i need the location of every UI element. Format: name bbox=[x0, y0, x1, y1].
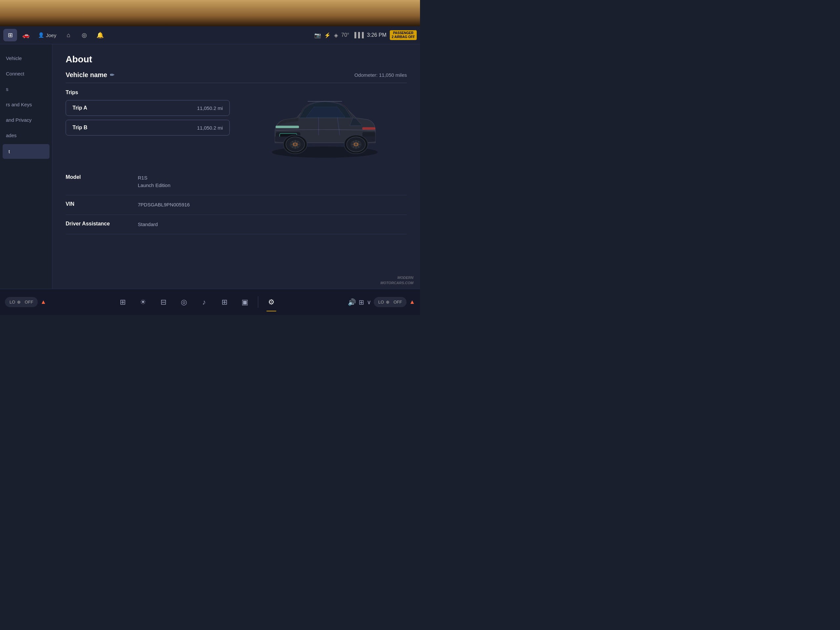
seat-cool-button[interactable]: ⊟ bbox=[156, 295, 171, 309]
left-climate-section: LO ⊕ OFF ▲ bbox=[5, 297, 46, 307]
sidebar-item-connect[interactable]: Connect bbox=[0, 66, 52, 81]
right-climate-expand-up-icon[interactable]: ▲ bbox=[409, 298, 415, 305]
temperature-display: 70° bbox=[341, 32, 349, 38]
alexa-button[interactable]: ◎ bbox=[77, 29, 91, 41]
notifications-button[interactable]: 🔔 bbox=[93, 29, 107, 41]
driver-assistance-info-row: Driver Assistance Standard bbox=[66, 215, 407, 235]
trip-a-value: 11,050.2 mi bbox=[197, 105, 223, 111]
main-content-area: Vehicle Connect s rs and Keys and Privac… bbox=[0, 44, 420, 289]
model-value: R1S Launch Edition bbox=[138, 174, 170, 189]
passenger-badge-line1: PASSENGER bbox=[392, 31, 415, 35]
car-status-button[interactable]: 🚗 bbox=[19, 29, 33, 41]
app-grid-button[interactable]: ⊞ bbox=[3, 29, 17, 41]
home-button[interactable]: ⌂ bbox=[62, 29, 76, 41]
trips-heading: Trips bbox=[66, 90, 230, 95]
user-icon: 👤 bbox=[38, 32, 44, 38]
left-fan-icon: ⊕ bbox=[17, 300, 21, 305]
sidebar-item-about[interactable]: t bbox=[3, 144, 49, 159]
sidebar-item-vehicle[interactable]: Vehicle bbox=[0, 51, 52, 66]
rivian-r1s-svg bbox=[262, 90, 387, 162]
toolbar-center-buttons: ⊞ ☀ ⊟ ◎ ♪ ⊞ ▣ ⚙ bbox=[115, 295, 279, 309]
defrost-front-button[interactable]: ☀ bbox=[136, 295, 150, 309]
vin-info-row: VIN 7PDSGABL9PN005916 bbox=[66, 195, 407, 215]
right-fan-icon: ⊕ bbox=[386, 300, 390, 305]
vehicle-name-section: Vehicle name ✏ Odometer: 11,050 miles bbox=[66, 71, 407, 83]
left-climate-control[interactable]: LO ⊕ OFF bbox=[5, 297, 38, 307]
vehicle-illustration bbox=[262, 90, 387, 162]
vehicle-name-heading: Vehicle name ✏ bbox=[66, 71, 114, 79]
driver-assistance-label: Driver Assistance bbox=[66, 221, 138, 227]
right-climate-expand-down-icon[interactable]: ∨ bbox=[367, 298, 371, 306]
model-info-row: Model R1S Launch Edition bbox=[66, 168, 407, 195]
ambient-top bbox=[0, 0, 420, 26]
model-label: Model bbox=[66, 174, 138, 180]
page-title: About bbox=[66, 54, 407, 65]
vehicle-image-column bbox=[243, 90, 407, 162]
media-button[interactable]: ♪ bbox=[197, 295, 211, 309]
rear-heat-icon[interactable]: ⊞ bbox=[358, 298, 364, 306]
svg-rect-6 bbox=[362, 127, 375, 130]
top-navigation-bar: ⊞ 🚗 👤 Joey ⌂ ◎ 🔔 📷̶ ⚡ ◈ 70° ▐▐▐ 3:26 PM … bbox=[0, 26, 420, 44]
left-temp-label: LO bbox=[9, 300, 15, 305]
wifi-icon: ◈ bbox=[334, 32, 338, 38]
toolbar-divider bbox=[258, 296, 258, 308]
svg-rect-5 bbox=[276, 126, 299, 128]
right-temp-label: LO bbox=[378, 300, 384, 305]
user-name-label: Joey bbox=[46, 33, 57, 38]
sidebar-item-and-privacy[interactable]: and Privacy bbox=[0, 112, 52, 127]
trip-b-card[interactable]: Trip B 11,050.2 mi bbox=[66, 120, 230, 136]
trips-and-vehicle-section: Trips Trip A 11,050.2 mi Trip B 11,050.2… bbox=[66, 90, 407, 162]
volume-icon[interactable]: 🔊 bbox=[348, 298, 356, 306]
sidebar-item-s[interactable]: s bbox=[0, 82, 52, 96]
trip-a-card[interactable]: Trip A 11,050.2 mi bbox=[66, 100, 230, 116]
right-climate-off-label: OFF bbox=[393, 300, 402, 305]
passenger-badge-line2: 2 AIRBAG OFF bbox=[392, 35, 415, 39]
right-climate-section: 🔊 ⊞ ∨ LO ⊕ OFF ▲ bbox=[348, 297, 415, 307]
left-climate-expand-icon[interactable]: ▲ bbox=[40, 298, 46, 305]
navigation-button[interactable]: ◎ bbox=[177, 295, 191, 309]
camera-button[interactable]: ▣ bbox=[238, 295, 252, 309]
right-climate-control[interactable]: LO ⊕ OFF bbox=[374, 297, 407, 307]
sidebar-item-doors-and-keys[interactable]: rs and Keys bbox=[0, 97, 52, 112]
trip-a-label: Trip A bbox=[73, 105, 87, 111]
trips-column: Trips Trip A 11,050.2 mi Trip B 11,050.2… bbox=[66, 90, 230, 162]
vin-label: VIN bbox=[66, 201, 138, 207]
driver-assistance-value: Standard bbox=[138, 221, 158, 228]
trip-b-label: Trip B bbox=[73, 125, 87, 131]
bottom-toolbar: LO ⊕ OFF ▲ ⊞ ☀ ⊟ ◎ ♪ ⊞ ▣ ⚙ 🔊 ⊞ ∨ LO ⊕ OF… bbox=[0, 289, 420, 315]
clock-display: 3:26 PM bbox=[367, 32, 387, 38]
apps-grid-button[interactable]: ⊞ bbox=[217, 295, 232, 309]
sidebar-item-ades[interactable]: ades bbox=[0, 128, 52, 143]
vin-value: 7PDSGABL9PN005916 bbox=[138, 201, 189, 209]
signal-strength-icon: ▐▐▐ bbox=[352, 32, 363, 38]
camera-off-icon: 📷̶ bbox=[314, 32, 321, 38]
odometer-display: Odometer: 11,050 miles bbox=[354, 72, 407, 78]
bluetooth-icon: ⚡ bbox=[324, 32, 331, 38]
watermark: MODERN MOTORCARS.COM bbox=[380, 275, 414, 286]
nav-left-section: ⊞ 🚗 👤 Joey ⌂ ◎ 🔔 bbox=[3, 29, 314, 41]
user-profile-button[interactable]: 👤 Joey bbox=[35, 31, 60, 39]
edit-vehicle-name-icon[interactable]: ✏ bbox=[110, 72, 114, 78]
passenger-airbag-badge: PASSENGER 2 AIRBAG OFF bbox=[390, 30, 417, 40]
nav-right-section: 📷̶ ⚡ ◈ 70° ▐▐▐ 3:26 PM PASSENGER 2 AIRBA… bbox=[314, 30, 417, 40]
left-climate-off-label: OFF bbox=[25, 300, 33, 305]
settings-sidebar: Vehicle Connect s rs and Keys and Privac… bbox=[0, 44, 52, 289]
settings-button[interactable]: ⚙ bbox=[264, 295, 279, 309]
about-content-panel: About Vehicle name ✏ Odometer: 11,050 mi… bbox=[52, 44, 420, 289]
seat-heat-button[interactable]: ⊞ bbox=[115, 295, 130, 309]
trip-b-value: 11,050.2 mi bbox=[197, 125, 223, 131]
